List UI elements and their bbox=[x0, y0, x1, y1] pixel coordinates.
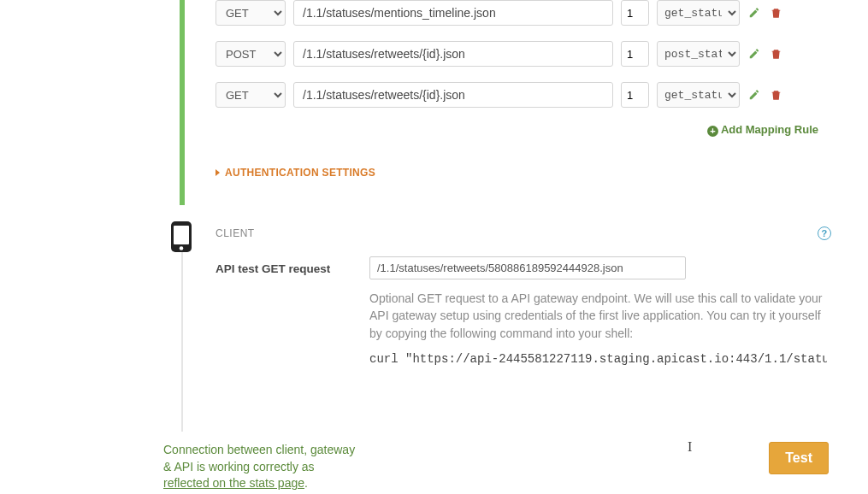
metric-select[interactable]: get_status bbox=[657, 0, 740, 26]
plus-circle-icon: + bbox=[707, 126, 718, 137]
add-mapping-rule-label: Add Mapping Rule bbox=[721, 123, 818, 136]
caret-right-icon bbox=[216, 169, 220, 176]
test-button[interactable]: Test bbox=[769, 442, 829, 474]
weight-input[interactable] bbox=[621, 41, 649, 67]
path-pattern-input[interactable] bbox=[293, 41, 613, 67]
metric-select[interactable]: post_stati bbox=[657, 41, 740, 67]
step-connector-green bbox=[180, 0, 185, 205]
metric-select[interactable]: get_status bbox=[657, 82, 740, 108]
mapping-rule-row: POST post_stati bbox=[216, 41, 831, 67]
connection-status-prefix: Connection between client, gateway & API… bbox=[163, 443, 355, 473]
step-connector-grey bbox=[181, 239, 183, 432]
path-pattern-input[interactable] bbox=[293, 0, 613, 26]
client-device-icon bbox=[168, 221, 194, 253]
stats-page-link[interactable]: reflected on the stats page bbox=[163, 476, 304, 490]
delete-trash-icon[interactable] bbox=[769, 88, 782, 102]
weight-input[interactable] bbox=[621, 0, 649, 26]
svg-rect-1 bbox=[174, 226, 189, 244]
mapping-rule-row: GET get_status bbox=[216, 0, 831, 26]
curl-command: curl "https://api-2445581227119.staging.… bbox=[369, 350, 827, 376]
edit-pencil-icon[interactable] bbox=[747, 88, 761, 102]
mapping-rule-row: GET get_status bbox=[216, 82, 831, 108]
api-test-request-input[interactable] bbox=[369, 256, 686, 279]
help-icon[interactable]: ? bbox=[818, 226, 831, 240]
edit-pencil-icon[interactable] bbox=[747, 6, 761, 20]
client-section-heading: CLIENT bbox=[216, 227, 255, 239]
connection-status-text: Connection between client, gateway & API… bbox=[163, 442, 362, 492]
svg-point-2 bbox=[180, 246, 184, 250]
path-pattern-input[interactable] bbox=[293, 82, 613, 108]
edit-pencil-icon[interactable] bbox=[747, 47, 761, 61]
api-test-hint: Optional GET request to a API gateway en… bbox=[369, 290, 831, 342]
http-method-select[interactable]: GET bbox=[216, 82, 286, 108]
delete-trash-icon[interactable] bbox=[769, 6, 782, 20]
delete-trash-icon[interactable] bbox=[769, 47, 782, 61]
connection-status-suffix: . bbox=[304, 476, 308, 490]
authentication-settings-label: AUTHENTICATION SETTINGS bbox=[225, 167, 375, 179]
add-mapping-rule-link[interactable]: +Add Mapping Rule bbox=[707, 123, 818, 136]
text-cursor-indicator: I bbox=[688, 439, 692, 455]
api-test-label: API test GET request bbox=[216, 256, 352, 275]
weight-input[interactable] bbox=[621, 82, 649, 108]
http-method-select[interactable]: POST bbox=[216, 41, 286, 67]
authentication-settings-toggle[interactable]: AUTHENTICATION SETTINGS bbox=[216, 167, 831, 179]
http-method-select[interactable]: GET bbox=[216, 0, 286, 26]
